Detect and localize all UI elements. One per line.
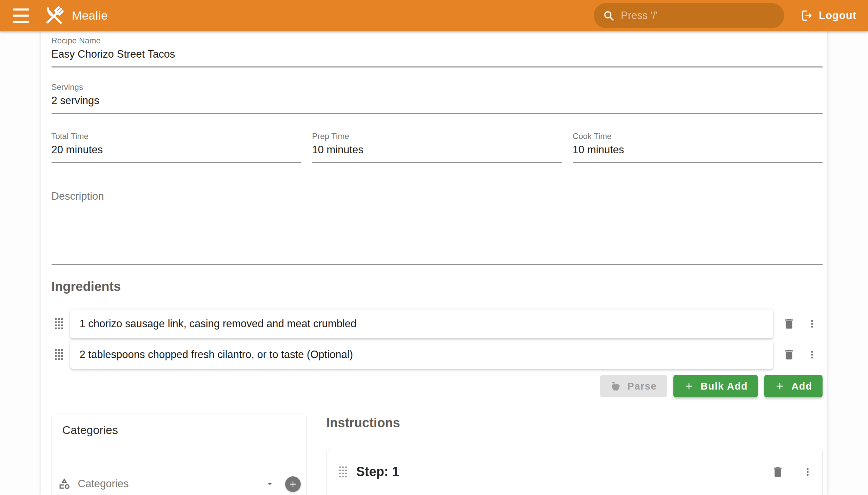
drag-handle-icon[interactable] — [55, 349, 63, 360]
search-icon — [602, 10, 615, 22]
delete-ingredient-button[interactable] — [783, 348, 796, 361]
ingredient-menu-button[interactable] — [806, 349, 818, 360]
bulk-add-button[interactable]: Bulk Add — [674, 375, 758, 397]
servings-field: Servings — [52, 82, 822, 114]
step-card: Step: 1 Combine crumbled chorizo — [326, 448, 822, 495]
logout-button[interactable]: Logout — [798, 5, 858, 26]
organizer-column: Categories Categories — [52, 414, 318, 495]
ingredient-input[interactable] — [80, 348, 764, 361]
total-time-label: Total Time — [52, 132, 302, 141]
add-label: Add — [792, 381, 812, 392]
search-input[interactable] — [621, 10, 776, 22]
trash-icon — [771, 465, 784, 479]
trash-icon — [783, 348, 796, 361]
servings-label: Servings — [52, 82, 822, 92]
ingredient-row — [52, 309, 822, 338]
servings-input[interactable] — [52, 95, 822, 107]
app-title: Mealie — [72, 9, 108, 22]
categories-card: Categories Categories — [52, 414, 307, 495]
cook-time-label: Cook Time — [573, 132, 822, 141]
description-field[interactable]: Description — [52, 190, 822, 265]
step-header: Step: 1 — [336, 448, 813, 479]
total-time-field: Total Time — [52, 132, 302, 163]
times-row: Total Time Prep Time Cook Time — [52, 132, 822, 163]
prep-time-field: Prep Time — [312, 132, 562, 163]
description-textarea[interactable] — [52, 202, 822, 264]
delete-ingredient-button[interactable] — [783, 317, 796, 330]
page-background: Recipe Name Servings Total Time Prep Tim… — [0, 31, 868, 495]
menu-icon[interactable] — [13, 8, 29, 23]
app-header: Mealie Logout — [0, 0, 868, 31]
bulk-add-label: Bulk Add — [700, 381, 748, 392]
recipe-editor: Recipe Name Servings Total Time Prep Tim… — [41, 31, 827, 495]
ingredient-input-card — [70, 340, 773, 369]
categories-card-title: Categories — [52, 414, 306, 445]
description-label: Description — [52, 190, 822, 202]
categories-select-placeholder: Categories — [78, 478, 265, 490]
recipe-name-label: Recipe Name — [52, 36, 822, 46]
divider — [57, 445, 301, 445]
chevron-down-icon — [265, 479, 275, 489]
mealie-logo-icon — [41, 3, 67, 29]
parse-label: Parse — [627, 381, 657, 392]
step-menu-button[interactable] — [802, 466, 813, 478]
shapes-icon — [58, 477, 70, 490]
kebab-icon — [806, 349, 818, 360]
total-time-input[interactable] — [52, 144, 302, 156]
logout-icon — [800, 9, 813, 22]
kebab-icon — [802, 466, 813, 478]
categories-select-row: Categories — [57, 472, 301, 495]
drag-handle-icon[interactable] — [55, 318, 63, 329]
instructions-heading: Instructions — [326, 416, 822, 430]
logout-label: Logout — [819, 10, 856, 22]
step-title: Step: 1 — [356, 464, 771, 479]
drag-handle-icon[interactable] — [339, 466, 347, 477]
instructions-column: Instructions Step: 1 — [318, 414, 822, 495]
add-ingredient-button[interactable]: Add — [764, 375, 822, 397]
trash-icon — [783, 317, 796, 330]
categories-select[interactable]: Categories — [57, 472, 278, 495]
ingredient-list — [52, 309, 822, 369]
recipe-name-field: Recipe Name — [52, 36, 822, 67]
ingredients-heading: Ingredients — [52, 279, 822, 294]
apple-icon — [610, 381, 621, 392]
ingredient-input[interactable] — [80, 318, 764, 330]
ingredient-row — [52, 340, 822, 369]
plus-icon — [683, 381, 694, 392]
lower-columns: Categories Categories — [52, 414, 822, 495]
plus-icon — [288, 479, 298, 489]
prep-time-label: Prep Time — [312, 132, 562, 141]
plus-icon — [775, 381, 785, 392]
search-box[interactable] — [594, 3, 784, 28]
cook-time-input[interactable] — [573, 144, 822, 156]
ingredient-input-card — [70, 309, 773, 338]
kebab-icon — [806, 318, 818, 329]
parse-button[interactable]: Parse — [600, 375, 667, 397]
prep-time-input[interactable] — [312, 144, 562, 156]
cook-time-field: Cook Time — [573, 132, 822, 163]
ingredient-menu-button[interactable] — [806, 318, 818, 329]
delete-step-button[interactable] — [771, 465, 784, 479]
ingredient-actions: Parse Bulk Add Add — [52, 375, 822, 397]
add-category-button[interactable] — [285, 476, 301, 492]
recipe-name-input[interactable] — [52, 48, 822, 61]
